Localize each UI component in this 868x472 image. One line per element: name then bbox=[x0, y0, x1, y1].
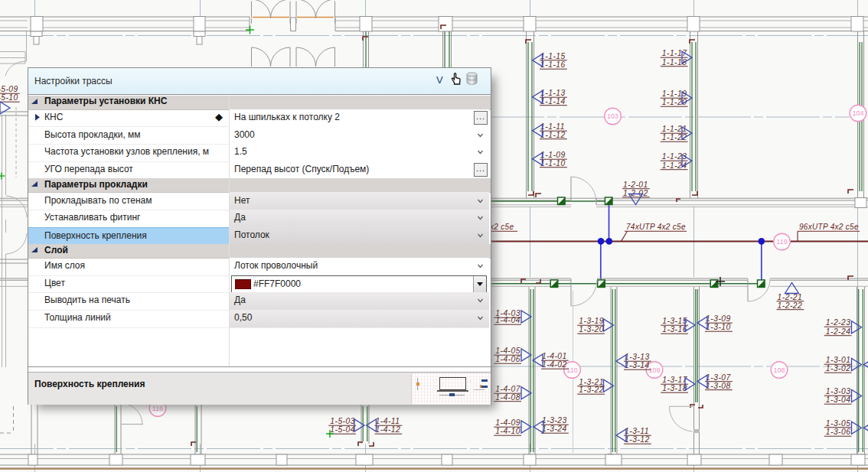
svg-text:1-2-01: 1-2-01 bbox=[623, 181, 648, 189]
svg-text:1-1-09: 1-1-09 bbox=[540, 151, 566, 159]
svg-text:1-1-17: 1-1-17 bbox=[662, 49, 688, 57]
svg-text:1-3-21: 1-3-21 bbox=[579, 378, 604, 386]
svg-text:1-3-23: 1-3-23 bbox=[542, 416, 567, 425]
svg-text:1-4-09: 1-4-09 bbox=[495, 418, 520, 427]
svg-text:1-2-02: 1-2-02 bbox=[623, 189, 648, 197]
svg-text:1-3-11: 1-3-11 bbox=[625, 427, 649, 435]
svg-text:1-4-01: 1-4-01 bbox=[542, 352, 567, 360]
svg-text:74xUTP 4x2 c5e: 74xUTP 4x2 c5e bbox=[626, 223, 686, 231]
svg-text:1-3-24: 1-3-24 bbox=[542, 425, 567, 433]
svg-text:1-3-20: 1-3-20 bbox=[579, 325, 604, 334]
svg-text:1-2-23: 1-2-23 bbox=[826, 318, 851, 327]
svg-text:1-3-04: 1-3-04 bbox=[826, 396, 851, 404]
svg-text:1-3-07: 1-3-07 bbox=[706, 373, 732, 382]
svg-text:1-4-05: 1-4-05 bbox=[495, 347, 520, 355]
svg-text:1-3-14: 1-3-14 bbox=[625, 361, 650, 369]
svg-text:1-3-06: 1-3-06 bbox=[826, 428, 851, 436]
svg-text:1-1-20: 1-1-20 bbox=[662, 98, 687, 106]
svg-text:1-4-04: 1-4-04 bbox=[495, 316, 520, 324]
svg-text:1-1-15: 1-1-15 bbox=[540, 52, 566, 60]
svg-text:1-1-18: 1-1-18 bbox=[662, 58, 687, 67]
svg-text:1-4-02: 1-4-02 bbox=[542, 360, 567, 369]
svg-text:1-4-07: 1-4-07 bbox=[495, 385, 521, 393]
svg-text:104: 104 bbox=[852, 109, 863, 117]
svg-text:103: 103 bbox=[607, 112, 618, 120]
svg-text:1-4-12: 1-4-12 bbox=[376, 425, 401, 434]
svg-text:1-4-08: 1-4-08 bbox=[495, 393, 520, 402]
svg-text:1-3-09: 1-3-09 bbox=[706, 314, 731, 323]
svg-text:1-3-15: 1-3-15 bbox=[662, 317, 687, 325]
svg-text:1-3-13: 1-3-13 bbox=[625, 353, 650, 361]
svg-text:1-5-09: 1-5-09 bbox=[0, 85, 18, 93]
svg-text:1-3-05: 1-3-05 bbox=[826, 419, 851, 428]
svg-text:1-1-22: 1-1-22 bbox=[662, 133, 687, 142]
svg-text:1-1-23: 1-1-23 bbox=[662, 152, 687, 161]
svg-text:119: 119 bbox=[776, 238, 787, 246]
svg-text:1-1-19: 1-1-19 bbox=[662, 90, 687, 98]
svg-text:1-4-06: 1-4-06 bbox=[495, 355, 520, 363]
svg-text:1-1-10: 1-1-10 bbox=[540, 159, 566, 168]
svg-text:1-5-03: 1-5-03 bbox=[330, 417, 355, 425]
svg-text:1-3-12: 1-3-12 bbox=[625, 435, 650, 444]
svg-text:1-1-13: 1-1-13 bbox=[540, 89, 566, 97]
svg-text:1-1-24: 1-1-24 bbox=[662, 161, 687, 170]
svg-text:1-1-12: 1-1-12 bbox=[540, 131, 566, 139]
svg-text:1-3-18: 1-3-18 bbox=[662, 384, 687, 392]
svg-text:1-2-21: 1-2-21 bbox=[778, 293, 803, 301]
svg-text:1-1-21: 1-1-21 bbox=[662, 125, 687, 133]
svg-text:1-4-10: 1-4-10 bbox=[495, 427, 520, 435]
svg-text:96xUTP 4x2 c5e: 96xUTP 4x2 c5e bbox=[799, 223, 859, 231]
svg-text:1-1-16: 1-1-16 bbox=[540, 60, 566, 69]
svg-text:1-1-14: 1-1-14 bbox=[540, 97, 566, 106]
svg-text:108: 108 bbox=[773, 366, 785, 374]
svg-text:1-3-08: 1-3-08 bbox=[706, 382, 731, 390]
svg-text:1-4-11: 1-4-11 bbox=[376, 417, 400, 425]
svg-text:1-3-22: 1-3-22 bbox=[579, 386, 604, 394]
svg-text:1-3-16: 1-3-16 bbox=[662, 325, 687, 334]
svg-text:1-1-11: 1-1-11 bbox=[540, 122, 565, 131]
svg-text:1-5-04: 1-5-04 bbox=[330, 425, 355, 434]
svg-text:1-3-17: 1-3-17 bbox=[662, 376, 688, 384]
svg-text:1-2-24: 1-2-24 bbox=[826, 327, 851, 336]
svg-text:x2 c5e: x2 c5e bbox=[489, 223, 514, 231]
svg-text:1-3-19: 1-3-19 bbox=[579, 317, 604, 325]
svg-text:116: 116 bbox=[152, 405, 163, 412]
svg-text:1-3-01: 1-3-01 bbox=[826, 356, 851, 364]
svg-text:1-3-03: 1-3-03 bbox=[826, 387, 851, 396]
svg-text:1-3-02: 1-3-02 bbox=[826, 364, 851, 373]
svg-text:1-5-10: 1-5-10 bbox=[0, 93, 18, 102]
svg-text:1-3-10: 1-3-10 bbox=[706, 323, 731, 331]
svg-text:1-2-22: 1-2-22 bbox=[778, 301, 803, 310]
svg-text:110: 110 bbox=[566, 366, 577, 374]
